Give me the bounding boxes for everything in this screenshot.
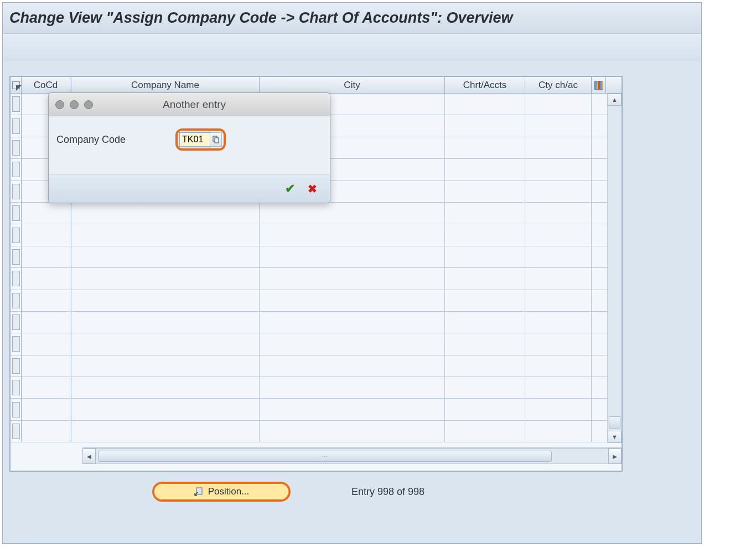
cell-cty-ch-ac[interactable] (525, 421, 592, 442)
row-select-cell[interactable] (11, 203, 22, 224)
horizontal-scroll-thumb[interactable]: ⋯ (98, 451, 552, 462)
cell-cty-ch-ac[interactable] (525, 290, 592, 311)
cell-city[interactable] (260, 399, 445, 420)
scroll-left-button[interactable]: ◄ (82, 448, 96, 464)
row-select-cell[interactable] (11, 290, 22, 311)
row-select-cell[interactable] (11, 377, 22, 398)
window-close-icon[interactable] (55, 100, 64, 109)
scroll-down-button[interactable]: ▼ (608, 431, 622, 443)
cell-cty-ch-ac[interactable] (525, 137, 592, 158)
cell-city[interactable] (260, 268, 445, 289)
cell-city[interactable] (260, 224, 445, 245)
row-select-cell[interactable] (11, 94, 22, 115)
vertical-scroll-thumb[interactable] (609, 416, 620, 429)
cell-company-name[interactable] (71, 355, 260, 377)
cell-company-name[interactable] (71, 246, 260, 267)
cell-city[interactable] (260, 355, 445, 377)
cell-company-name[interactable] (71, 203, 260, 224)
cell-chrt-accts[interactable] (445, 224, 525, 245)
dialog-title-bar[interactable]: Another entry (49, 93, 330, 116)
select-all-header[interactable] (11, 77, 22, 93)
cell-chrt-accts[interactable] (445, 290, 525, 311)
table-row[interactable] (11, 399, 622, 420)
row-select-cell[interactable] (11, 246, 22, 267)
cell-chrt-accts[interactable] (445, 268, 525, 289)
column-header-company-name[interactable]: Company Name (71, 77, 260, 93)
cell-cocd[interactable] (22, 224, 71, 245)
cell-cty-ch-ac[interactable] (525, 246, 592, 267)
cell-cty-ch-ac[interactable] (525, 94, 592, 115)
column-config-button[interactable] (592, 77, 606, 93)
table-row[interactable] (11, 312, 622, 333)
cell-cty-ch-ac[interactable] (525, 181, 592, 202)
cell-cty-ch-ac[interactable] (525, 333, 592, 354)
company-code-input[interactable] (179, 132, 210, 147)
window-minimize-icon[interactable] (70, 100, 79, 109)
cell-cty-ch-ac[interactable] (525, 377, 592, 398)
cell-cocd[interactable] (22, 290, 71, 311)
vertical-scrollbar[interactable]: ▲ ▼ (607, 94, 622, 443)
table-row[interactable] (11, 421, 622, 442)
cell-chrt-accts[interactable] (445, 312, 525, 333)
cell-city[interactable] (260, 421, 445, 442)
cell-company-name[interactable] (71, 333, 260, 354)
cell-chrt-accts[interactable] (445, 115, 525, 136)
table-row[interactable] (11, 355, 622, 377)
row-select-cell[interactable] (11, 181, 22, 202)
cell-company-name[interactable] (71, 377, 260, 398)
cell-chrt-accts[interactable] (445, 377, 525, 398)
cell-company-name[interactable] (71, 421, 260, 442)
cell-cocd[interactable] (22, 399, 71, 420)
cell-city[interactable] (260, 377, 445, 398)
row-select-cell[interactable] (11, 115, 22, 136)
dialog-confirm-button[interactable]: ✔ (282, 182, 298, 195)
row-select-cell[interactable] (11, 159, 22, 180)
column-header-cocd[interactable]: CoCd (22, 77, 71, 93)
cell-company-name[interactable] (71, 224, 260, 245)
cell-city[interactable] (260, 333, 445, 354)
cell-company-name[interactable] (71, 312, 260, 333)
cell-chrt-accts[interactable] (445, 399, 525, 420)
table-row[interactable] (11, 333, 622, 355)
cell-cty-ch-ac[interactable] (525, 355, 592, 377)
cell-cty-ch-ac[interactable] (525, 159, 592, 180)
dialog-cancel-button[interactable]: ✖ (304, 182, 320, 195)
position-button[interactable]: Position... (152, 482, 291, 502)
cell-company-name[interactable] (71, 290, 260, 311)
cell-city[interactable] (260, 290, 445, 311)
cell-cocd[interactable] (22, 246, 71, 267)
row-select-cell[interactable] (11, 224, 22, 245)
cell-cty-ch-ac[interactable] (525, 115, 592, 136)
cell-company-name[interactable] (71, 399, 260, 420)
cell-city[interactable] (260, 203, 445, 224)
table-row[interactable] (11, 246, 622, 268)
cell-chrt-accts[interactable] (445, 94, 525, 115)
cell-chrt-accts[interactable] (445, 355, 525, 377)
column-header-chrt-accts[interactable]: Chrt/Accts (445, 77, 525, 93)
row-select-cell[interactable] (11, 421, 22, 442)
cell-cocd[interactable] (22, 333, 71, 354)
cell-chrt-accts[interactable] (445, 181, 525, 202)
cell-cty-ch-ac[interactable] (525, 268, 592, 289)
table-row[interactable] (11, 377, 622, 399)
cell-chrt-accts[interactable] (445, 421, 525, 442)
cell-city[interactable] (260, 246, 445, 267)
cell-cocd[interactable] (22, 268, 71, 289)
cell-cty-ch-ac[interactable] (525, 224, 592, 245)
window-zoom-icon[interactable] (84, 100, 93, 109)
scroll-right-button[interactable]: ► (608, 448, 622, 464)
scroll-up-button[interactable]: ▲ (608, 94, 622, 106)
cell-chrt-accts[interactable] (445, 137, 525, 158)
horizontal-scrollbar[interactable]: ◄ ⋯ ► (82, 447, 622, 464)
table-row[interactable] (11, 290, 622, 312)
cell-cocd[interactable] (22, 355, 71, 377)
cell-cocd[interactable] (22, 421, 71, 442)
cell-cocd[interactable] (22, 203, 71, 224)
row-select-cell[interactable] (11, 268, 22, 289)
row-select-cell[interactable] (11, 399, 22, 420)
column-header-cty-ch-ac[interactable]: Cty ch/ac (525, 77, 592, 93)
value-help-button[interactable] (210, 132, 222, 147)
cell-cocd[interactable] (22, 312, 71, 333)
horizontal-scroll-track[interactable]: ⋯ (96, 448, 608, 464)
vertical-scroll-track[interactable] (608, 106, 622, 431)
